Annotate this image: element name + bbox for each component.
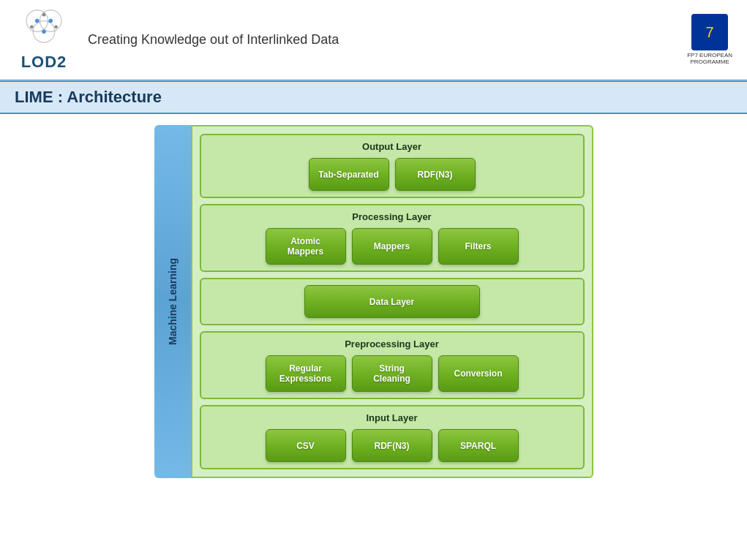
page-title: LIME : Architecture [15, 88, 162, 106]
svg-point-7 [30, 25, 34, 29]
rdf-n3-output-btn[interactable]: RDF(N3) [395, 158, 476, 191]
eu-label: FP7 EUROPEANPROGRAMME [687, 52, 732, 65]
architecture-diagram: Machine Learning Output Layer Tab-Separa… [154, 125, 593, 478]
output-layer-buttons: Tab-Separated RDF(N3) [209, 158, 576, 191]
layers-container: Output Layer Tab-Separated RDF(N3) Proce… [191, 125, 593, 478]
input-layer-title: Input Layer [209, 412, 576, 423]
eu-number: 7 [706, 24, 714, 41]
processing-layer-title: Processing Layer [209, 211, 576, 222]
conversion-btn[interactable]: Conversion [438, 355, 519, 392]
header-subtitle: Creating Knowledge out of Interlinked Da… [88, 32, 339, 48]
atomic-mappers-btn[interactable]: Atomic Mappers [266, 228, 346, 265]
preprocessing-layer-buttons: Regular Expressions String Cleaning Conv… [209, 355, 576, 392]
sparql-btn[interactable]: SPARQL [438, 429, 519, 462]
input-layer-buttons: CSV RDF(N3) SPARQL [209, 429, 576, 462]
data-layer-buttons: Data Layer [209, 285, 576, 318]
header: LOD2 Creating Knowledge out of Interlink… [0, 0, 747, 80]
title-bar: LIME : Architecture [0, 80, 747, 114]
csv-btn[interactable]: CSV [266, 429, 346, 462]
data-layer: Data Layer [200, 278, 585, 325]
logo-text: LOD2 [21, 53, 67, 72]
filters-btn[interactable]: Filters [438, 228, 519, 265]
eu-logo: 7 FP7 EUROPEANPROGRAMME [687, 14, 732, 65]
mappers-btn[interactable]: Mappers [352, 228, 432, 265]
output-layer: Output Layer Tab-Separated RDF(N3) [200, 134, 585, 198]
rdf-n3-input-btn[interactable]: RDF(N3) [352, 429, 432, 462]
svg-point-4 [48, 19, 53, 23]
ml-label: Machine Learning [167, 258, 179, 345]
tab-separated-btn[interactable]: Tab-Separated [309, 158, 389, 191]
main-content: Machine Learning Output Layer Tab-Separa… [0, 114, 747, 489]
regular-expressions-btn[interactable]: Regular Expressions [266, 355, 346, 392]
output-layer-title: Output Layer [209, 141, 576, 152]
svg-point-5 [42, 29, 46, 34]
input-layer: Input Layer CSV RDF(N3) SPARQL [200, 405, 585, 469]
data-layer-btn[interactable]: Data Layer [304, 285, 480, 318]
svg-point-3 [35, 19, 40, 23]
preprocessing-layer: Preprocessing Layer Regular Expressions … [200, 331, 585, 399]
svg-point-6 [42, 13, 46, 17]
eu-emblem: 7 [691, 14, 728, 50]
logo-area: LOD2 [15, 7, 73, 72]
processing-layer: Processing Layer Atomic Mappers Mappers … [200, 204, 585, 272]
preprocessing-layer-title: Preprocessing Layer [209, 338, 576, 349]
svg-point-8 [54, 25, 58, 29]
lod2-logo-svg [15, 7, 73, 51]
ml-label-container: Machine Learning [154, 125, 191, 478]
string-cleaning-btn[interactable]: String Cleaning [352, 355, 432, 392]
processing-layer-buttons: Atomic Mappers Mappers Filters [209, 228, 576, 265]
